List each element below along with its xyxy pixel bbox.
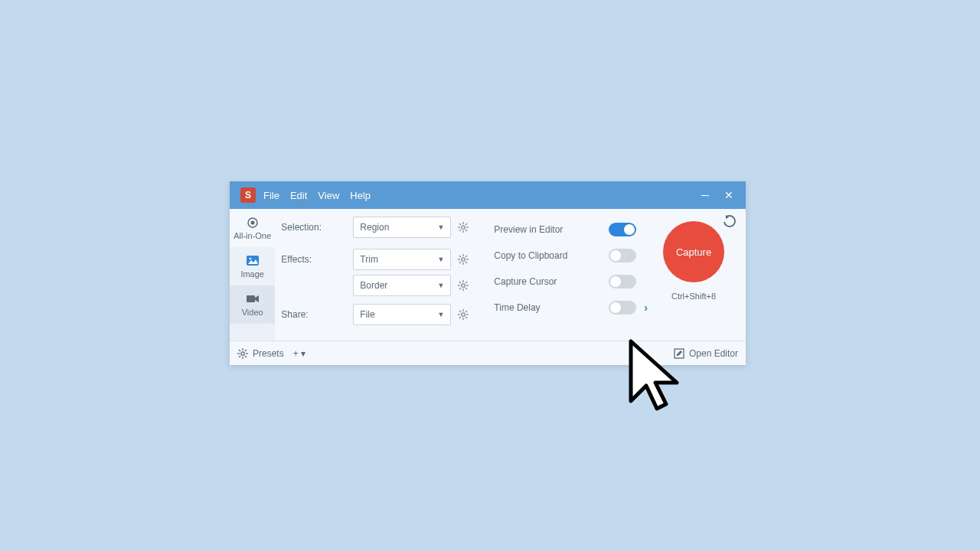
svg-point-14	[462, 258, 465, 261]
svg-point-5	[462, 226, 465, 229]
svg-line-10	[459, 223, 461, 225]
svg-line-49	[239, 356, 240, 357]
time-delay-label: Time Delay	[494, 302, 609, 313]
capture-cursor-toggle[interactable]	[609, 275, 636, 289]
svg-line-47	[245, 356, 247, 357]
svg-rect-4	[247, 295, 255, 302]
undo-icon	[723, 215, 737, 229]
open-editor-label: Open Editor	[689, 348, 738, 359]
capture-hotkey: Ctrl+Shift+8	[671, 292, 716, 301]
video-icon	[247, 293, 259, 305]
capture-cursor-label: Capture Cursor	[494, 276, 609, 287]
presets-button[interactable]: Presets	[253, 348, 284, 359]
svg-line-21	[466, 256, 467, 257]
preview-in-editor-toggle[interactable]	[609, 223, 636, 236]
svg-line-28	[459, 282, 461, 283]
svg-line-19	[459, 256, 461, 257]
svg-line-11	[466, 230, 467, 231]
svg-line-12	[466, 223, 467, 225]
copy-to-clipboard-toggle[interactable]	[609, 249, 636, 262]
content-area: All-in-One Image Video Selection:	[230, 209, 746, 341]
share-label: Share:	[281, 309, 332, 320]
open-editor-button[interactable]: Open Editor	[674, 348, 738, 359]
app-window: S File Edit View Help ─ ✕ All-in-One	[230, 181, 746, 365]
svg-point-1	[250, 220, 254, 224]
tab-image[interactable]: Image	[230, 247, 275, 285]
titlebar: S File Edit View Help ─ ✕	[230, 181, 746, 209]
svg-line-20	[466, 262, 467, 263]
close-button[interactable]: ✕	[724, 189, 733, 201]
svg-line-37	[459, 311, 461, 312]
dropdown-value: Trim	[360, 254, 437, 265]
share-settings-button[interactable]	[456, 307, 471, 322]
effect-trim-dropdown[interactable]: Trim ▼	[353, 249, 451, 270]
svg-line-29	[466, 288, 467, 289]
target-icon	[247, 217, 259, 229]
selection-dropdown[interactable]: Region ▼	[353, 217, 451, 238]
selection-settings-button[interactable]	[456, 220, 471, 235]
svg-point-32	[462, 313, 465, 316]
dropdown-value: Region	[360, 222, 437, 233]
minimize-button[interactable]: ─	[701, 189, 709, 201]
effect-trim-settings-button[interactable]	[456, 252, 471, 267]
image-icon	[247, 255, 259, 267]
svg-line-13	[459, 230, 461, 231]
svg-point-3	[249, 258, 251, 260]
dropdown-value: Border	[360, 280, 437, 291]
app-logo-icon: S	[240, 187, 256, 203]
svg-line-31	[459, 288, 461, 289]
settings-panel: Selection: Region ▼ Effects: Trim	[275, 209, 746, 341]
svg-point-23	[462, 284, 465, 287]
menubar: File Edit View Help	[263, 190, 701, 201]
add-preset-button[interactable]: + ▾	[293, 348, 305, 359]
svg-line-46	[239, 350, 240, 351]
svg-line-40	[459, 317, 461, 318]
menu-file[interactable]: File	[263, 190, 279, 201]
menu-view[interactable]: View	[318, 190, 339, 201]
svg-line-48	[245, 350, 247, 351]
share-dropdown[interactable]: File ▼	[353, 304, 451, 325]
tab-label: All-in-One	[234, 231, 271, 240]
tab-label: Image	[240, 269, 264, 279]
dropdown-value: File	[360, 309, 437, 320]
preview-in-editor-label: Preview in Editor	[494, 224, 609, 235]
cursor-icon	[628, 338, 683, 422]
effects-label: Effects:	[281, 254, 332, 265]
gear-icon	[237, 348, 248, 359]
svg-line-22	[459, 262, 461, 263]
gear-icon	[458, 309, 469, 320]
selection-label: Selection:	[281, 222, 332, 233]
svg-line-30	[466, 282, 467, 283]
time-delay-toggle[interactable]	[609, 301, 636, 315]
capture-button[interactable]: Capture	[663, 221, 724, 282]
tab-video[interactable]: Video	[230, 285, 275, 324]
svg-line-38	[466, 317, 467, 318]
undo-button[interactable]	[723, 215, 737, 229]
menu-edit[interactable]: Edit	[290, 190, 307, 201]
copy-to-clipboard-label: Copy to Clipboard	[494, 250, 609, 261]
chevron-down-icon: ▼	[437, 311, 444, 318]
chevron-down-icon: ▼	[437, 256, 444, 263]
gear-icon	[458, 254, 469, 265]
menu-help[interactable]: Help	[350, 190, 371, 201]
gear-icon	[458, 280, 469, 291]
svg-line-39	[466, 311, 467, 312]
effect-border-dropdown[interactable]: Border ▼	[353, 275, 451, 296]
capture-mode-tabs: All-in-One Image Video	[230, 209, 275, 341]
effect-border-settings-button[interactable]	[456, 278, 471, 293]
chevron-down-icon: ▼	[437, 223, 444, 231]
chevron-down-icon: ▼	[437, 282, 444, 289]
gear-icon	[458, 222, 469, 233]
svg-point-41	[241, 351, 244, 354]
tab-all-in-one[interactable]: All-in-One	[230, 209, 275, 247]
tab-label: Video	[242, 308, 263, 317]
